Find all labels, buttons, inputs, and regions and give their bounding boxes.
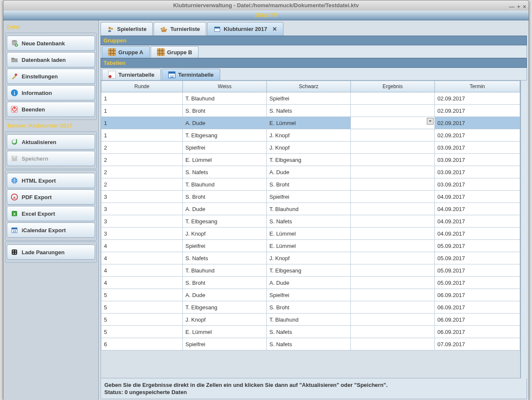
tab-turnierliste[interactable]: Turnierliste [154,22,206,36]
cell[interactable]: 4 [101,252,183,264]
cell[interactable]: J. Knopf [183,228,267,240]
cell[interactable]: 3 [101,203,183,215]
cell[interactable]: S. Nafets [267,105,351,117]
ical-export-button[interactable]: 12 iCalendar Export [7,222,95,238]
cell[interactable] [351,301,435,314]
cell[interactable]: Spielfrei [267,289,351,301]
cell[interactable]: 4 [101,240,183,252]
close-icon[interactable]: × [523,2,526,12]
info-button[interactable]: i Information [7,85,95,100]
cell[interactable]: J. Knopf [183,314,267,326]
cell[interactable]: 06.09.2017 [435,314,520,326]
cell[interactable]: 06.09.2017 [435,326,520,338]
cell[interactable]: T. Blauhund [183,178,267,191]
table-row[interactable]: 2E. LümmelT. Elbgesang03.09.2017 [101,154,520,166]
col-termin[interactable]: Termin [435,81,520,92]
cell[interactable]: 04.09.2017 [435,228,520,240]
cell[interactable]: 04.09.2017 [435,215,520,228]
cell[interactable]: 05.09.2017 [435,264,520,277]
cell[interactable]: 07.09.2017 [435,338,520,350]
cell[interactable]: S. Nafets [183,166,267,178]
cell[interactable]: 1 [101,117,183,129]
cell[interactable]: 6 [101,338,183,350]
cell[interactable]: 3 [101,228,183,240]
col-schwarz[interactable]: Schwarz [267,81,351,92]
table-row[interactable]: 1T. ElbgesangJ. Knopf02.09.2017 [101,129,520,142]
cell[interactable]: S. Nafets [267,215,351,228]
cell[interactable]: 2 [101,178,183,191]
cell[interactable]: T. Blauhund [267,203,351,215]
cell[interactable]: 3 [101,215,183,228]
cell[interactable] [351,264,435,277]
cell[interactable]: 02.09.2017 [435,117,520,129]
cell[interactable]: T. Elbgesang [183,301,267,314]
cell[interactable]: T. Blauhund [183,92,267,105]
cell[interactable]: 02.09.2017 [435,92,520,105]
cell[interactable] [351,203,435,215]
table-row[interactable]: 3J. KnopfE. Lümmel04.09.2017 [101,228,520,240]
cell[interactable]: 02.09.2017 [435,105,520,117]
cell[interactable]: 3 [101,191,183,203]
cell[interactable]: 04.09.2017 [435,191,520,203]
cell[interactable]: 1 [101,105,183,117]
cell[interactable]: A. Dude [267,166,351,178]
cell[interactable]: A. Dude [183,117,267,129]
cell[interactable]: E. Lümmel [267,228,351,240]
cell[interactable] [351,277,435,289]
cell[interactable] [351,129,435,142]
settings-button[interactable]: Einstellungen [7,69,95,84]
cell[interactable]: 2 [101,166,183,178]
vertical-scrollbar[interactable] [521,81,527,378]
table-row[interactable]: 5T. ElbgesangS. Broht06.09.2017 [101,301,520,314]
cell[interactable]: 05.09.2017 [435,277,520,289]
col-ergebnis[interactable]: Ergebnis [351,81,435,92]
cell[interactable]: 03.09.2017 [435,166,520,178]
cell[interactable]: S. Broht [183,191,267,203]
cell[interactable]: A. Dude [183,289,267,301]
tab-termintabelle[interactable]: 12 Termintabelle [162,69,220,80]
cell[interactable] [351,289,435,301]
cell[interactable]: S. Broht [267,301,351,314]
cell[interactable]: 02.09.2017 [435,129,520,142]
cell[interactable]: Spielfrei [183,142,267,154]
cell[interactable]: E. Lümmel [267,117,351,129]
cell[interactable]: 5 [101,326,183,338]
cell[interactable]: 4 [101,277,183,289]
cell[interactable]: Spielfrei [267,92,351,105]
quit-button[interactable]: Beenden [7,102,95,117]
table-row[interactable]: 1T. BlauhundSpielfrei02.09.2017 [101,92,520,105]
maximize-icon[interactable]: + [517,2,521,12]
cell[interactable]: 2 [101,154,183,166]
cell[interactable]: 03.09.2017 [435,154,520,166]
cell[interactable] [351,314,435,326]
table-row[interactable]: 5A. DudeSpielfrei06.09.2017 [101,289,520,301]
cell[interactable] [351,228,435,240]
table-row[interactable]: 4SpielfreiE. Lümmel05.09.2017 [101,240,520,252]
cell[interactable]: 03.09.2017 [435,178,520,191]
cell[interactable]: T. Elbgesang [183,215,267,228]
cell[interactable] [351,326,435,338]
cell[interactable]: 0 - 1½ - ½1 - 0- / ++ / - [351,117,435,129]
dropdown-arrow-icon[interactable] [427,118,434,125]
cell[interactable] [351,240,435,252]
cell[interactable]: J. Knopf [267,252,351,264]
cell[interactable]: 4 [101,264,183,277]
cell[interactable]: 5 [101,301,183,314]
cell[interactable] [351,215,435,228]
cell[interactable] [351,154,435,166]
cell[interactable]: 2 [101,142,183,154]
new-database-button[interactable]: Neue Datenbank [7,36,95,51]
excel-export-button[interactable]: X Excel Export [7,206,95,221]
cell[interactable]: S. Nafets [183,252,267,264]
tab-turniertabelle[interactable]: Turniertabelle [102,69,161,80]
cell[interactable] [351,166,435,178]
cell[interactable]: J. Knopf [267,142,351,154]
cell[interactable]: S. Broht [183,277,267,289]
html-export-button[interactable]: HTML Export [7,173,95,188]
table-row[interactable]: 1S. BrohtS. Nafets02.09.2017 [101,105,520,117]
cell[interactable]: S. Broht [183,105,267,117]
save-button[interactable]: Speichern [7,151,95,166]
table-row[interactable]: 3A. DudeT. Blauhund04.09.2017 [101,203,520,215]
cell[interactable]: E. Lümmel [183,326,267,338]
cell[interactable]: E. Lümmel [183,154,267,166]
